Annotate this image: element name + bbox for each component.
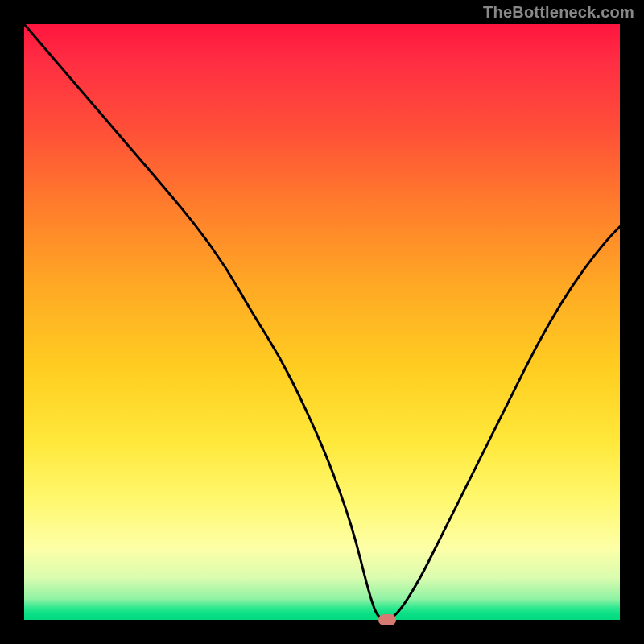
bottleneck-curve [24,24,620,620]
chart-container: TheBottleneck.com [0,0,644,644]
optimum-marker [378,614,396,625]
plot-area [24,24,620,620]
watermark-text: TheBottleneck.com [483,3,634,22]
